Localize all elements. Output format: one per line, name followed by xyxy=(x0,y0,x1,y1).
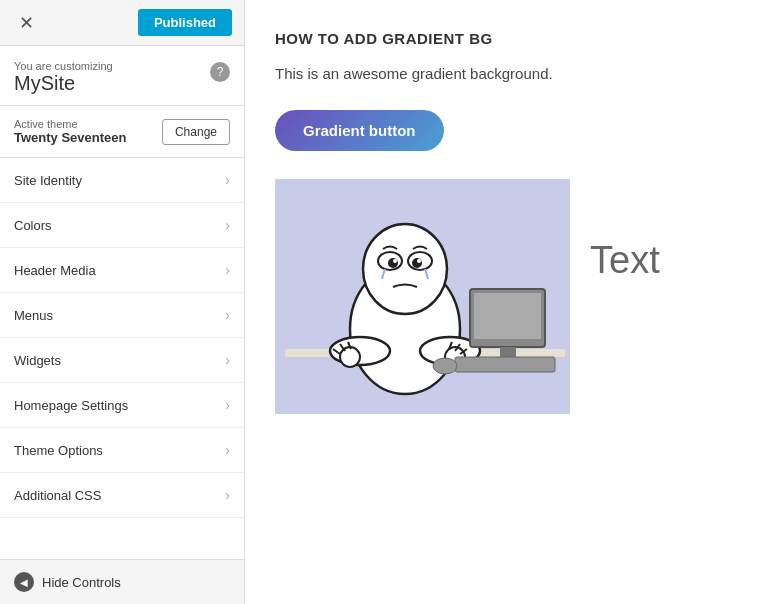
chevron-right-icon: › xyxy=(225,352,230,368)
comic-image xyxy=(275,179,570,414)
theme-name: Twenty Seventeen xyxy=(14,130,126,145)
nav-item-additional-css[interactable]: Additional CSS› xyxy=(0,473,244,518)
theme-label: Active theme xyxy=(14,118,126,130)
page-title: HOW TO ADD GRADIENT BG xyxy=(275,30,738,47)
hide-controls-bar[interactable]: ◀ Hide Controls xyxy=(0,559,244,604)
nav-items: Site Identity›Colors›Header Media›Menus›… xyxy=(0,158,244,559)
nav-item-homepage-settings[interactable]: Homepage Settings› xyxy=(0,383,244,428)
nav-item-label-theme-options: Theme Options xyxy=(14,443,103,458)
svg-point-19 xyxy=(417,259,421,263)
svg-point-5 xyxy=(340,347,360,367)
hide-controls-icon: ◀ xyxy=(14,572,34,592)
customizing-section: You are customizing MySite ? xyxy=(0,46,244,106)
nav-item-site-identity[interactable]: Site Identity› xyxy=(0,158,244,203)
hide-controls-label: Hide Controls xyxy=(42,575,121,590)
image-container xyxy=(275,179,570,414)
svg-point-13 xyxy=(363,224,447,314)
top-bar: ✕ Published xyxy=(0,0,244,46)
svg-rect-21 xyxy=(474,293,541,339)
nav-item-colors[interactable]: Colors› xyxy=(0,203,244,248)
nav-item-theme-options[interactable]: Theme Options› xyxy=(0,428,244,473)
svg-rect-24 xyxy=(455,357,555,372)
customizing-label: You are customizing xyxy=(14,60,113,72)
nav-item-label-menus: Menus xyxy=(14,308,53,323)
nav-item-header-media[interactable]: Header Media› xyxy=(0,248,244,293)
image-text-row: Text xyxy=(275,179,738,414)
nav-item-label-homepage-settings: Homepage Settings xyxy=(14,398,128,413)
chevron-right-icon: › xyxy=(225,397,230,413)
nav-item-label-colors: Colors xyxy=(14,218,52,233)
published-button[interactable]: Published xyxy=(138,9,232,36)
theme-section: Active theme Twenty Seventeen Change xyxy=(0,106,244,158)
chevron-right-icon: › xyxy=(225,172,230,188)
nav-item-menus[interactable]: Menus› xyxy=(0,293,244,338)
nav-item-label-widgets: Widgets xyxy=(14,353,61,368)
chevron-right-icon: › xyxy=(225,442,230,458)
chevron-right-icon: › xyxy=(225,217,230,233)
change-theme-button[interactable]: Change xyxy=(162,119,230,145)
gradient-button[interactable]: Gradient button xyxy=(275,110,444,151)
svg-point-18 xyxy=(393,259,397,263)
close-icon: ✕ xyxy=(19,12,34,34)
close-button[interactable]: ✕ xyxy=(12,9,40,37)
chevron-right-icon: › xyxy=(225,307,230,323)
chevron-right-icon: › xyxy=(225,262,230,278)
svg-point-17 xyxy=(412,258,422,268)
nav-item-label-additional-css: Additional CSS xyxy=(14,488,101,503)
nav-item-label-site-identity: Site Identity xyxy=(14,173,82,188)
preview-panel: HOW TO ADD GRADIENT BG This is an awesom… xyxy=(245,0,768,604)
nav-item-widgets[interactable]: Widgets› xyxy=(0,338,244,383)
help-icon[interactable]: ? xyxy=(210,62,230,82)
site-name: MySite xyxy=(14,72,113,95)
svg-point-16 xyxy=(388,258,398,268)
side-text: Text xyxy=(590,179,660,282)
customizer-panel: ✕ Published You are customizing MySite ?… xyxy=(0,0,245,604)
svg-point-25 xyxy=(433,358,457,374)
chevron-right-icon: › xyxy=(225,487,230,503)
nav-item-label-header-media: Header Media xyxy=(14,263,96,278)
page-description: This is an awesome gradient background. xyxy=(275,65,738,82)
